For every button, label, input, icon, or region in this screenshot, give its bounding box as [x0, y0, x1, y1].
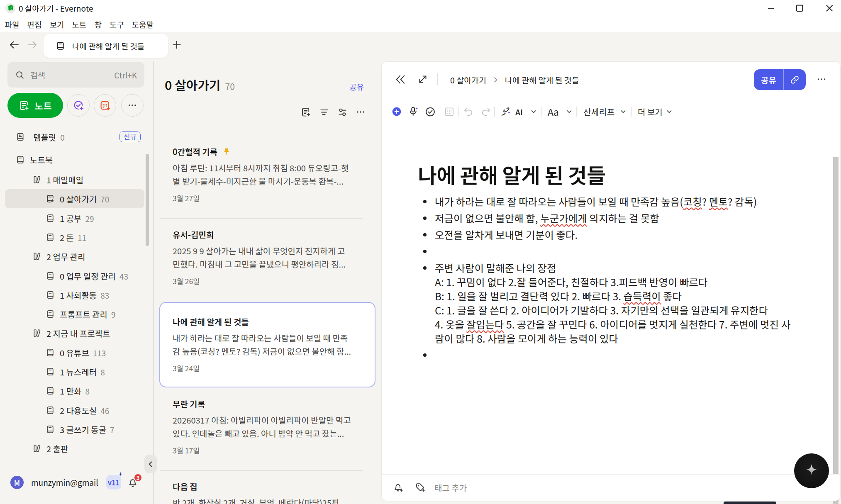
task-check-button[interactable] — [425, 97, 436, 126]
note-card-date: 3월 26일 — [173, 277, 362, 286]
menu-item[interactable]: 도움말 — [128, 17, 157, 32]
menu-item[interactable]: 편집 — [23, 17, 46, 32]
tree-item-count: 46 — [100, 405, 109, 416]
audio-record-button[interactable] — [407, 97, 419, 126]
note-bullet-item[interactable] — [418, 348, 804, 362]
text-format-chevron[interactable] — [566, 97, 573, 126]
sidebar-collapse-button[interactable] — [144, 455, 157, 473]
notifications-button[interactable]: 3 — [127, 477, 139, 488]
note-card-title: 나에 관해 알게 된 것들 — [173, 316, 249, 328]
note-editor-content[interactable]: 나에 관해 알게 된 것들 내가 하라는 대로 잘 따라오는 사람들이 보일 때… — [418, 161, 804, 362]
sidebar-item-notebook-11[interactable]: 1 만화8 — [0, 381, 144, 400]
version-badge-label: v11 — [108, 477, 119, 487]
note-card[interactable]: 0간헐적 기록아침 루틴: 11시부터 8시까지 취침 8:00 듀오링고-햇볕… — [159, 135, 375, 203]
note-text: 주변 사람이 말해준 나의 장점 — [435, 261, 556, 275]
sidebar-item-stack-0[interactable]: 1 매일매일 — [0, 170, 144, 189]
editor-collapse-button[interactable] — [392, 71, 409, 88]
note-card-title: 부란 기록 — [173, 398, 205, 410]
editor-scrollbar[interactable] — [833, 157, 839, 504]
sidebar-item-notebook-6[interactable]: 1 사회활동83 — [0, 285, 144, 304]
note-card-title: 유서-김민희 — [173, 229, 214, 241]
sidebar-item-stack-14[interactable]: 2 출판 — [0, 439, 144, 458]
ai-label: AI — [515, 106, 523, 117]
note-bullet-item[interactable]: 오전을 알차게 보내면 기분이 좋다. — [418, 228, 804, 242]
font-family-button[interactable]: 산세리프 — [583, 97, 614, 126]
more-tools-button[interactable]: 더 보기 — [638, 97, 663, 126]
note-bullet-list[interactable]: 내가 하라는 대로 잘 따라오는 사람들이 보일 때 만족감 높음(코칭? 멘토… — [418, 195, 804, 362]
table-button[interactable] — [444, 97, 455, 126]
note-card-date: 3월 24일 — [173, 364, 362, 373]
ai-assistant-button[interactable] — [794, 453, 829, 488]
undo-button[interactable] — [463, 97, 474, 126]
sidebar-item-notebook-2[interactable]: 1 공부29 — [0, 209, 144, 228]
note-card[interactable]: 다음 집반 2개, 화장실 2개, 거실, 부엌, 베란다(마당)25평... — [159, 470, 375, 504]
sidebar-item-notebooks[interactable]: 노트북 — [0, 150, 144, 169]
insert-button[interactable] — [392, 97, 401, 126]
menu-item[interactable]: 창 — [90, 17, 105, 32]
menu-item[interactable]: 파일 — [1, 17, 23, 32]
reminder-add-icon[interactable] — [393, 482, 404, 493]
nav-forward-button[interactable] — [24, 37, 41, 53]
sidebar-item-notebook-7[interactable]: 프롬프트 관리9 — [0, 304, 144, 324]
new-task-button[interactable] — [67, 94, 90, 117]
tree-item-label: 1 사회활동 — [60, 289, 97, 301]
tree-item-count: 8 — [100, 366, 105, 377]
redo-button[interactable] — [480, 97, 492, 126]
search-input[interactable]: 검색 Ctrl+K — [7, 62, 144, 88]
editor-expand-button[interactable] — [414, 71, 431, 88]
sidebar-item-notebook-5[interactable]: 0 업무 일정 관리43 — [0, 266, 144, 285]
ai-menu-chevron[interactable] — [530, 97, 537, 126]
note-card[interactable]: 나에 관해 알게 된 것들내가 하라는 대로 잘 따라오는 사람들이 보일 때 … — [159, 303, 375, 373]
tag-add-icon[interactable] — [415, 482, 426, 493]
notebook-icon — [46, 214, 55, 223]
sidebar-item-stack-8[interactable]: 2 지금 내 프로젝트 — [0, 324, 144, 343]
sidebar-more-button[interactable] — [121, 94, 144, 117]
note-card-snippet: 내가 하라는 대로 잘 따라오는 사람들이 보일 때 만족감 높음(코칭? 멘토… — [173, 331, 362, 358]
avatar[interactable]: M — [10, 476, 24, 489]
note-card[interactable]: 유서-김민희2025 9 9 살아가는 내내 삶이 무엇인지 진지하게 고민했다… — [159, 218, 375, 286]
menu-item[interactable]: 도구 — [105, 17, 128, 32]
menu-item[interactable]: 보기 — [46, 17, 68, 32]
nav-back-button[interactable] — [6, 37, 22, 53]
share-button-label[interactable]: 공유 — [754, 69, 783, 90]
sidebar-item-notebook-10[interactable]: 1 뉴스레터8 — [0, 362, 144, 381]
sidebar-item-notebook-12[interactable]: 2 다용도실46 — [0, 401, 144, 420]
window-close-button[interactable] — [818, 0, 841, 17]
share-button[interactable]: 공유 — [754, 69, 806, 90]
new-event-button[interactable] — [94, 94, 116, 117]
note-bullet-item[interactable]: 저금이 없으면 불안해 함, 누군가에게 의지하는 걸 못함 — [418, 211, 804, 225]
breadcrumb-notebook[interactable]: 0 살아가기 — [450, 74, 486, 86]
sidebar-item-notebook-9[interactable]: 0 유튜브113 — [0, 343, 144, 362]
note-text: ? — [702, 194, 709, 209]
sidebar-item-stack-4[interactable]: 2 업무 관리 — [0, 247, 144, 266]
sidebar-item-notebook-13[interactable]: 3 글쓰기 동굴7 — [0, 420, 144, 439]
copy-link-button[interactable] — [783, 69, 806, 90]
note-bullet-item[interactable] — [418, 244, 804, 258]
sidebar-item-notebook-3[interactable]: 2 돈11 — [0, 228, 144, 247]
menu-item[interactable]: 노트 — [68, 17, 90, 32]
add-tag-label[interactable]: 태그 추가 — [434, 482, 467, 494]
sidebar-scrollbar[interactable] — [146, 154, 149, 246]
note-text: ? 감독) — [728, 194, 757, 209]
note-card[interactable]: 부란 기록20260317 아침: 아빌리파이 아빌리파이 반알만 먹고있다. … — [159, 387, 375, 455]
ai-edit-button[interactable] — [500, 97, 512, 126]
sidebar-item-notebook-1[interactable]: 0 살아가기70 — [5, 189, 144, 208]
editor-more-button[interactable] — [811, 71, 832, 88]
text-format-button[interactable]: Aa — [548, 97, 559, 126]
note-bullet-item[interactable]: 주변 사람이 말해준 나의 장점A: 1. 꾸밈이 없다 2.잘 들어준다, 친… — [418, 261, 804, 346]
tab-note[interactable]: 나에 관해 알게 된 것들 — [44, 34, 168, 58]
sidebar-item-templates[interactable]: 템플릿 0 신규 — [0, 127, 144, 146]
note-title[interactable]: 나에 관해 알게 된 것들 — [418, 161, 804, 187]
new-tab-button[interactable] — [168, 37, 185, 53]
ai-menu-button[interactable]: AI — [515, 97, 523, 126]
new-note-button[interactable]: 노트 — [7, 93, 63, 118]
version-badge[interactable]: v11 — [106, 475, 121, 489]
new-badge[interactable]: 신규 — [119, 131, 141, 142]
font-family-chevron[interactable] — [620, 97, 626, 126]
editor-header: 0 살아가기 나에 관해 알게 된 것들 공유 — [382, 62, 840, 97]
account-row[interactable]: M munzymin@gmail v11 3 — [0, 469, 154, 496]
more-tools-chevron[interactable] — [666, 97, 673, 126]
note-bullet-item[interactable]: 내가 하라는 대로 잘 따라오는 사람들이 보일 때 만족감 높음(코칭? 멘토… — [418, 195, 804, 209]
window-maximize-button[interactable] — [788, 0, 811, 17]
window-minimize-button[interactable] — [759, 0, 782, 17]
